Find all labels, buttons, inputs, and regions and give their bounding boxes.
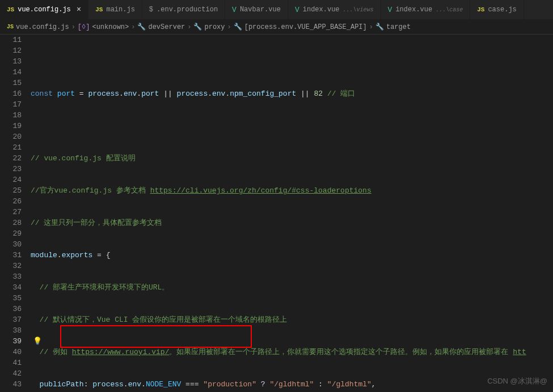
env-icon: $ (149, 6, 153, 14)
tab-label: index.vue (303, 6, 340, 14)
breadcrumb-item[interactable]: proxy (204, 23, 225, 31)
tab-case[interactable]: JS case.js (470, 0, 524, 19)
chevron-right-icon: › (227, 23, 231, 31)
wrench-icon: 🔧 (234, 23, 242, 31)
tab-label: .env.production (157, 6, 218, 14)
breadcrumb: JS vue.config.js › [◊] <unknown> › 🔧 dev… (0, 20, 553, 35)
chevron-right-icon: › (71, 23, 75, 31)
breadcrumb-item[interactable]: vue.config.js (16, 23, 69, 31)
tab-folder: ...\case (436, 7, 463, 13)
line-gutter: 1112131415161718192021222324252627282930… (0, 35, 28, 392)
tab-index-views[interactable]: V index.vue ...\views (288, 0, 381, 19)
tab-vue-config[interactable]: JS vue.config.js × (0, 0, 88, 19)
wrench-icon: 🔧 (375, 23, 384, 31)
wrench-icon: 🔧 (137, 23, 146, 31)
js-icon: JS (7, 24, 14, 30)
vue-icon: V (295, 6, 299, 14)
chevron-right-icon: › (369, 23, 373, 31)
editor-tabs: JS vue.config.js × JS main.js $ .env.pro… (0, 0, 553, 20)
tab-env[interactable]: $ .env.production (142, 0, 225, 19)
breadcrumb-item[interactable]: <unknown> (92, 23, 129, 31)
vue-icon: V (388, 6, 392, 14)
close-icon[interactable]: × (77, 5, 81, 14)
tab-navbar[interactable]: V Navbar.vue (225, 0, 288, 19)
js-icon: JS (95, 6, 103, 13)
code-content[interactable]: const port = process.env.port || process… (28, 35, 553, 392)
watermark: CSDN @冰淇淋@ (487, 376, 547, 386)
js-icon: JS (7, 6, 14, 13)
chevron-right-icon: › (187, 23, 191, 31)
tab-folder: ...\views (343, 7, 374, 13)
tab-label: main.js (106, 6, 134, 14)
tab-main[interactable]: JS main.js (88, 0, 142, 19)
breadcrumb-item[interactable]: target (386, 23, 411, 31)
tab-index-case[interactable]: V index.vue ...\case (381, 0, 471, 19)
js-icon: JS (477, 6, 484, 13)
editor-area: 1112131415161718192021222324252627282930… (0, 35, 553, 392)
breadcrumb-item[interactable]: [process.env.VUE_APP_BASE_API] (244, 23, 367, 31)
tab-label: Navbar.vue (240, 6, 281, 14)
chevron-right-icon: › (131, 23, 135, 31)
tab-label: index.vue (395, 6, 432, 14)
symbol-icon: [◊] (78, 23, 90, 31)
wrench-icon: 🔧 (193, 23, 202, 31)
tab-label: vue.config.js (18, 6, 71, 14)
highlight-box (60, 325, 252, 348)
vue-icon: V (232, 6, 237, 14)
lightbulb-icon[interactable]: 💡 (33, 336, 42, 346)
breadcrumb-item[interactable]: devServer (148, 23, 185, 31)
tab-label: case.js (488, 6, 516, 14)
